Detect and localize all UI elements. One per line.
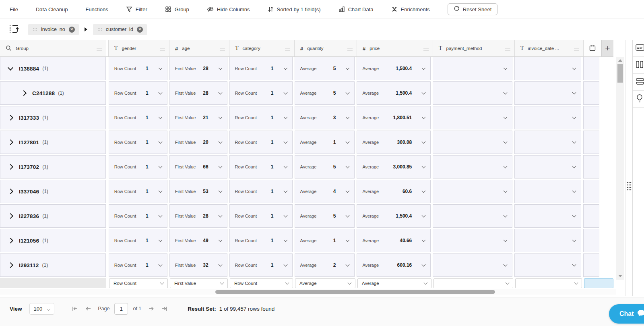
chevron-down-icon[interactable] xyxy=(422,189,426,193)
page-number-input[interactable] xyxy=(114,303,128,315)
chevron-down-icon[interactable] xyxy=(158,238,162,242)
chevron-down-icon[interactable] xyxy=(572,263,576,267)
chevron-down-icon[interactable] xyxy=(346,140,350,144)
drag-grip-icon[interactable] xyxy=(626,181,632,193)
reset-sheet-button[interactable]: Reset Sheet xyxy=(448,3,498,15)
column-header-group[interactable]: Group xyxy=(0,40,106,56)
table-row[interactable]: I121056 (1) Row Count1 First Value49 Row… xyxy=(0,229,599,252)
sidebar-insights-button[interactable] xyxy=(633,91,644,108)
chevron-down-icon[interactable] xyxy=(346,164,350,168)
sidebar-columns-button[interactable] xyxy=(633,57,644,74)
column-menu-icon[interactable] xyxy=(505,47,510,50)
chevron-down-icon[interactable] xyxy=(504,214,508,218)
ungroup-icon[interactable] xyxy=(8,23,19,36)
vertical-scrollbar[interactable] xyxy=(616,57,624,280)
group-cell[interactable]: C241288 (1) xyxy=(0,81,106,105)
group-cell[interactable]: I127801 (1) xyxy=(0,131,106,154)
chevron-down-icon[interactable] xyxy=(504,140,508,144)
chevron-down-icon[interactable] xyxy=(572,91,576,95)
chevron-down-icon[interactable] xyxy=(218,164,222,168)
menu-data-cleanup[interactable]: Data Cleanup xyxy=(36,6,68,12)
chevron-down-icon[interactable] xyxy=(158,164,162,168)
drag-handle-icon[interactable] xyxy=(33,28,37,31)
chevron-down-icon[interactable] xyxy=(346,238,350,242)
table-row[interactable]: I293112 (1) Row Count1 First Value32 Row… xyxy=(0,253,599,277)
chevron-down-icon[interactable] xyxy=(504,263,508,267)
menu-functions[interactable]: Functions xyxy=(85,6,108,12)
column-header-invoice-date[interactable]: T invoice_date ... xyxy=(514,40,583,56)
chevron-down-icon[interactable] xyxy=(572,164,576,168)
chevron-down-icon[interactable] xyxy=(422,91,426,95)
remove-chip-icon[interactable]: ✕ xyxy=(69,27,75,33)
agg-select-payment-method[interactable] xyxy=(433,278,513,288)
chevron-right-icon[interactable] xyxy=(8,189,13,194)
chevron-down-icon[interactable] xyxy=(572,189,576,193)
group-cell[interactable]: I337046 (1) xyxy=(0,180,106,203)
chevron-down-icon[interactable] xyxy=(218,238,222,242)
chevron-down-icon[interactable] xyxy=(218,189,222,193)
chevron-down-icon[interactable] xyxy=(504,189,508,193)
column-menu-icon[interactable] xyxy=(347,47,353,50)
rows-per-page-select[interactable]: 100 xyxy=(29,303,55,315)
horizontal-scrollbar-thumb[interactable] xyxy=(215,290,495,294)
menu-enrichments[interactable]: Enrichments xyxy=(391,6,430,12)
agg-select-gender[interactable]: Row Count xyxy=(109,278,168,288)
chevron-down-icon[interactable] xyxy=(158,214,162,218)
scroll-up-arrow-icon[interactable] xyxy=(618,59,622,62)
menu-group[interactable]: Group xyxy=(165,6,189,12)
table-row[interactable]: I127801 (1) Row Count1 First Value20 Row… xyxy=(0,131,599,154)
column-header-payment-method[interactable]: T payment_method xyxy=(433,40,514,56)
menu-filter[interactable]: Filter xyxy=(126,6,147,12)
next-page-button[interactable] xyxy=(148,305,155,312)
chevron-right-icon[interactable] xyxy=(8,213,13,219)
column-menu-icon[interactable] xyxy=(423,47,429,50)
group-cell[interactable]: I293112 (1) xyxy=(0,253,106,277)
group-cell[interactable]: I138884 (1) xyxy=(0,57,106,80)
chevron-down-icon[interactable] xyxy=(346,66,350,70)
chevron-down-icon[interactable] xyxy=(346,189,350,193)
agg-select-invoice-date[interactable] xyxy=(515,278,582,288)
table-row[interactable]: I227836 (1) Row Count1 First Value28 Row… xyxy=(0,204,599,228)
agg-select-price[interactable]: Average xyxy=(357,278,431,288)
agg-select-highlighted[interactable] xyxy=(584,278,613,288)
chevron-down-icon[interactable] xyxy=(572,140,576,144)
chevron-down-icon[interactable] xyxy=(346,263,350,267)
chevron-down-icon[interactable] xyxy=(218,91,222,95)
sidebar-chart-settings-button[interactable] xyxy=(633,40,644,57)
chevron-down-icon[interactable] xyxy=(218,66,222,70)
chevron-right-icon[interactable] xyxy=(21,90,27,96)
chevron-down-icon[interactable] xyxy=(283,238,287,242)
chevron-down-icon[interactable] xyxy=(158,91,162,95)
first-page-button[interactable] xyxy=(71,305,78,312)
chevron-down-icon[interactable] xyxy=(283,91,287,95)
chevron-down-icon[interactable] xyxy=(346,91,350,95)
chevron-down-icon[interactable] xyxy=(572,115,576,119)
chevron-down-icon[interactable] xyxy=(8,65,13,71)
chevron-down-icon[interactable] xyxy=(158,66,162,70)
agg-select-quantity[interactable]: Average xyxy=(295,278,355,288)
scroll-down-arrow-icon[interactable] xyxy=(618,275,622,277)
chevron-down-icon[interactable] xyxy=(158,189,162,193)
table-row[interactable]: I173702 (1) Row Count1 First Value66 Row… xyxy=(0,155,599,179)
menu-sorted[interactable]: Sorted by 1 field(s) xyxy=(268,6,321,12)
chevron-down-icon[interactable] xyxy=(504,238,508,242)
menu-file[interactable]: File xyxy=(10,6,18,12)
column-header-gender[interactable]: T gender xyxy=(108,40,169,56)
column-header-age[interactable]: # age xyxy=(169,40,229,56)
group-cell[interactable]: I227836 (1) xyxy=(0,204,106,228)
table-row[interactable]: I317333 (1) Row Count1 First Value21 Row… xyxy=(0,106,599,129)
chevron-right-icon[interactable] xyxy=(8,164,13,170)
chevron-down-icon[interactable] xyxy=(422,66,426,70)
chevron-down-icon[interactable] xyxy=(422,214,426,218)
chevron-down-icon[interactable] xyxy=(346,214,350,218)
column-menu-icon[interactable] xyxy=(97,47,102,50)
vertical-scrollbar-thumb[interactable] xyxy=(617,64,623,83)
chevron-down-icon[interactable] xyxy=(504,91,508,95)
chevron-down-icon[interactable] xyxy=(422,115,426,119)
chevron-down-icon[interactable] xyxy=(283,263,287,267)
panel-resize-strip[interactable] xyxy=(625,40,632,296)
chevron-right-icon[interactable] xyxy=(8,115,13,120)
table-row[interactable]: I138884 (1) Row Count1 First Value28 Row… xyxy=(0,57,599,80)
menu-chart-data[interactable]: Chart Data xyxy=(339,6,374,12)
chevron-down-icon[interactable] xyxy=(504,164,508,168)
